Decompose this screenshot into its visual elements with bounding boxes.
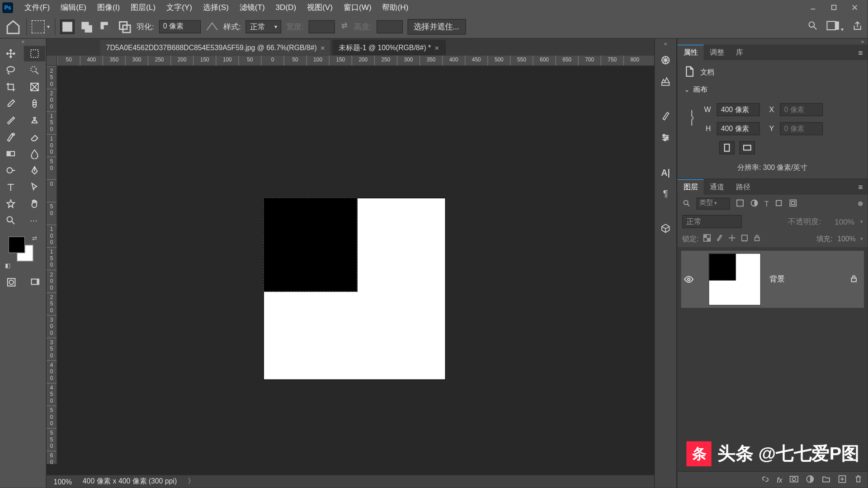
filter-pixel-icon[interactable] [736, 199, 744, 209]
menu-layer[interactable]: 图层(L) [125, 0, 161, 15]
channels-tab[interactable]: 通道 [704, 179, 730, 195]
screen-mode-toggle[interactable] [24, 275, 45, 290]
eraser-tool[interactable] [24, 129, 45, 145]
current-tool-indicator[interactable]: ▾ [32, 20, 50, 33]
style-select[interactable]: 正常▾ [245, 20, 281, 33]
filter-type-icon[interactable]: T [764, 199, 769, 208]
lock-pixels-icon[interactable] [716, 234, 723, 244]
swatches-panel-icon[interactable] [657, 73, 674, 90]
healing-brush-tool[interactable] [24, 96, 45, 111]
menu-type[interactable]: 文字(Y) [161, 0, 198, 15]
brush-tool[interactable] [0, 113, 21, 128]
lock-artboard-icon[interactable] [741, 234, 749, 244]
orientation-landscape[interactable] [740, 141, 755, 154]
foreground-color[interactable] [8, 236, 25, 253]
ruler-origin[interactable] [47, 56, 57, 66]
zoom-level[interactable]: 100% [54, 477, 72, 485]
select-and-mask-button[interactable]: 选择并遮住... [407, 19, 466, 34]
toolbox-expand[interactable]: » [0, 39, 46, 45]
workspace-switcher[interactable]: ▾ [826, 20, 844, 33]
shape-tool[interactable] [0, 196, 21, 211]
canvas-section-header[interactable]: ⌄画布 [684, 84, 860, 94]
vertical-ruler[interactable]: 2502001501005005010015020025030035040045… [47, 66, 57, 464]
layer-name[interactable]: 背景 [769, 274, 841, 285]
close-tab-icon[interactable]: × [434, 43, 439, 52]
blend-mode-select[interactable]: 正常 [682, 215, 742, 228]
path-selection-tool[interactable] [24, 179, 45, 195]
zoom-tool[interactable] [0, 213, 21, 228]
new-group-icon[interactable] [822, 474, 831, 485]
delete-layer-icon[interactable] [854, 474, 863, 485]
filter-search-icon[interactable] [682, 199, 690, 209]
hand-tool[interactable] [24, 196, 45, 211]
layer-thumbnail[interactable] [708, 253, 761, 305]
dock-expand[interactable]: « [664, 41, 667, 47]
layer-lock-icon[interactable] [849, 274, 858, 284]
document-dimensions[interactable]: 400 像素 x 400 像素 (300 ppi) [83, 476, 177, 486]
frame-tool[interactable] [24, 79, 45, 94]
type-tool[interactable] [0, 179, 21, 195]
blur-tool[interactable] [24, 146, 45, 161]
close-tab-icon[interactable]: × [321, 43, 325, 52]
horizontal-ruler[interactable]: 5040035030025020015010050050100150200250… [57, 56, 655, 66]
rectangular-marquee-tool[interactable] [24, 46, 45, 61]
feather-input[interactable] [159, 20, 200, 33]
selection-add[interactable] [79, 19, 94, 34]
filter-shape-icon[interactable] [775, 199, 783, 209]
menu-help[interactable]: 帮助(H) [377, 0, 414, 15]
lock-transparency-icon[interactable] [703, 234, 711, 244]
panel-menu-icon[interactable]: ≡ [854, 183, 868, 192]
document-tab[interactable]: 未标题-1 @ 100%(RGB/8#) *× [333, 40, 446, 55]
move-tool[interactable] [0, 46, 21, 61]
brushes-panel-icon[interactable] [657, 108, 674, 125]
orientation-portrait[interactable] [719, 141, 735, 154]
edit-toolbar[interactable]: ⋯ [24, 213, 45, 228]
quick-selection-tool[interactable] [24, 62, 45, 78]
layer-filter-type[interactable]: 类型 ▾ [697, 198, 730, 210]
menu-window[interactable]: 窗口(W) [338, 0, 377, 15]
layer-fx-icon[interactable]: fx [777, 475, 782, 484]
panel-menu-icon[interactable]: ≡ [854, 48, 868, 57]
gradient-tool[interactable] [0, 146, 21, 161]
antialias-icon[interactable] [205, 20, 218, 33]
paths-tab[interactable]: 路径 [730, 179, 756, 195]
lock-position-icon[interactable] [728, 234, 736, 244]
canvas-area[interactable]: 5040035030025020015010050050100150200250… [47, 56, 654, 475]
libraries-tab[interactable]: 库 [730, 45, 749, 60]
adjustments-panel-icon[interactable] [657, 129, 674, 146]
link-layers-icon[interactable] [761, 474, 770, 485]
layer-visibility-icon[interactable] [681, 276, 696, 283]
add-mask-icon[interactable] [789, 474, 798, 485]
clone-stamp-tool[interactable] [24, 113, 45, 128]
dodge-tool[interactable] [0, 163, 21, 178]
window-close[interactable] [844, 0, 865, 15]
home-button[interactable] [5, 18, 22, 35]
color-swatches[interactable]: ⇄ ◧ [8, 236, 38, 268]
crop-tool[interactable] [0, 79, 21, 94]
menu-file[interactable]: 文件(F) [19, 0, 55, 15]
swap-colors-icon[interactable]: ⇄ [32, 235, 37, 242]
menu-image[interactable]: 图像(I) [92, 0, 125, 15]
history-brush-tool[interactable] [0, 129, 21, 145]
canvas-width-input[interactable] [717, 103, 760, 116]
menu-view[interactable]: 视图(V) [302, 0, 338, 15]
selection-intersect[interactable] [118, 19, 132, 34]
selection-subtract[interactable] [98, 19, 113, 34]
document-tab[interactable]: 7D5A0E4562DD37B688DC854E539A5F59.jpg @ 6… [100, 40, 331, 55]
layer-row[interactable]: 背景 [681, 251, 864, 308]
opacity-value[interactable]: 100% [827, 217, 854, 226]
menu-select[interactable]: 选择(S) [198, 0, 234, 15]
3d-panel-icon[interactable] [657, 220, 674, 236]
canvas[interactable] [264, 198, 445, 380]
default-colors-icon[interactable]: ◧ [5, 262, 10, 268]
fill-value[interactable]: 100% [837, 235, 855, 243]
menu-edit[interactable]: 编辑(E) [55, 0, 92, 15]
search-icon[interactable] [807, 20, 818, 33]
properties-tab[interactable]: 属性 [678, 45, 704, 60]
filter-adjust-icon[interactable] [750, 199, 758, 209]
status-more-icon[interactable]: 〉 [188, 476, 195, 486]
new-layer-icon[interactable] [838, 474, 847, 485]
filter-smart-icon[interactable] [789, 199, 797, 209]
menu-3d[interactable]: 3D(D) [270, 0, 302, 15]
share-icon[interactable] [852, 20, 863, 33]
